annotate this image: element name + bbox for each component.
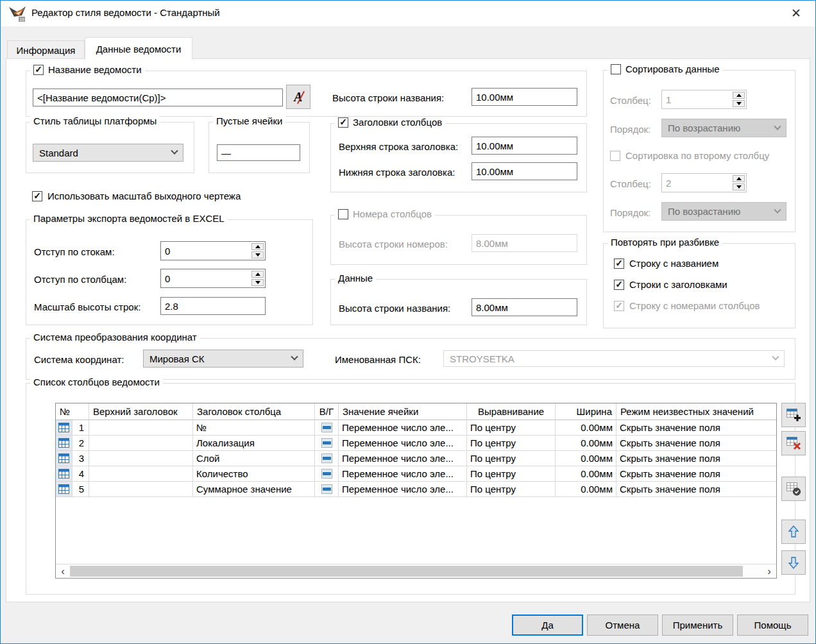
- sort-data-label: Сортировать данные: [625, 64, 720, 74]
- row-handle-cell[interactable]: [56, 451, 72, 466]
- table-row[interactable]: 1 № Переменное число эле... По центру 0.…: [56, 420, 776, 436]
- add-column-icon: [785, 407, 802, 423]
- cell-column-title[interactable]: Локализация: [193, 436, 315, 451]
- bottom-header-row-input[interactable]: 10.00мм: [472, 162, 577, 180]
- cell-value[interactable]: Переменное число эле...: [339, 482, 467, 497]
- cell-unknown-mode[interactable]: Скрыть значение поля: [616, 436, 776, 451]
- cell-value[interactable]: Переменное число эле...: [339, 436, 467, 451]
- col-offset-spinner[interactable]: 0: [160, 269, 266, 288]
- cell-unknown-mode[interactable]: Скрыть значение поля: [616, 420, 776, 436]
- header-vg[interactable]: В/Г: [315, 403, 339, 420]
- cell-width[interactable]: 0.00мм: [556, 420, 616, 436]
- table-row[interactable]: 5 Суммарное значение Переменное число эл…: [56, 482, 776, 497]
- tab-information[interactable]: Информация: [7, 40, 85, 59]
- ok-button[interactable]: Да: [512, 614, 583, 636]
- cell-column-title[interactable]: Суммарное значение: [193, 482, 315, 497]
- columns-list-label: Список столбцов ведомости: [33, 377, 160, 387]
- cell-top-header[interactable]: [89, 436, 193, 451]
- add-column-button[interactable]: [781, 403, 806, 427]
- scroll-left-icon[interactable]: ‹: [56, 564, 70, 578]
- cancel-button[interactable]: Отмена: [587, 614, 658, 636]
- cell-top-header[interactable]: [89, 466, 193, 482]
- group-columns-list: Список столбцов ведомости № Верхний заго…: [26, 383, 795, 595]
- scroll-right-icon[interactable]: ›: [762, 564, 776, 578]
- sort-data-checkbox[interactable]: [611, 64, 621, 74]
- font-button[interactable]: A: [286, 85, 310, 109]
- horizontal-scrollbar[interactable]: ‹ ›: [56, 564, 776, 578]
- header-align[interactable]: Выравнивание: [467, 403, 556, 420]
- help-button[interactable]: Помощь: [737, 614, 808, 636]
- cell-value[interactable]: Переменное число эле...: [339, 466, 467, 482]
- platform-style-label: Стиль таблицы платформы: [33, 115, 157, 126]
- row-handle-cell[interactable]: [56, 466, 72, 482]
- cell-vg[interactable]: [315, 451, 339, 466]
- cell-align[interactable]: По центру: [467, 451, 556, 466]
- row-handle-cell[interactable]: [56, 420, 72, 436]
- group-platform-table-style: Стиль таблицы платформы Standard: [26, 122, 194, 173]
- table-row[interactable]: 2 Локализация Переменное число эле... По…: [56, 436, 776, 451]
- column-headers-checkbox[interactable]: [338, 117, 348, 128]
- cell-vg[interactable]: [315, 466, 339, 482]
- schedule-title-checkbox[interactable]: [33, 65, 44, 75]
- app-icon: 19: [8, 4, 26, 22]
- cell-width[interactable]: 0.00мм: [556, 482, 616, 497]
- cell-vg[interactable]: [315, 482, 339, 497]
- cell-value[interactable]: Переменное число эле...: [339, 451, 467, 466]
- cell-value[interactable]: Переменное число эле...: [339, 420, 467, 436]
- table-row[interactable]: 4 Количество Переменное число эле... По …: [56, 466, 776, 482]
- cell-top-header[interactable]: [89, 451, 193, 466]
- scrollbar-thumb[interactable]: [70, 566, 743, 577]
- cell-vg[interactable]: [315, 420, 339, 436]
- cell-align[interactable]: По центру: [467, 482, 556, 497]
- data-row-height-input[interactable]: 8.00мм: [472, 298, 577, 316]
- cell-unknown-mode[interactable]: Скрыть значение поля: [616, 482, 776, 497]
- spinner-buttons[interactable]: [251, 271, 264, 286]
- cell-unknown-mode[interactable]: Скрыть значение поля: [616, 466, 776, 482]
- row-handle-cell[interactable]: [56, 436, 72, 451]
- cell-column-title[interactable]: Слой: [193, 451, 315, 466]
- cell-unknown-mode[interactable]: Скрыть значение поля: [616, 451, 776, 466]
- header-cell-value[interactable]: Значение ячейки: [339, 403, 467, 420]
- schedule-title-input[interactable]: <[Название ведомости(Ср)]>: [33, 89, 283, 106]
- row-handle-cell[interactable]: [56, 482, 72, 497]
- cell-top-header[interactable]: [89, 420, 193, 436]
- repeat-title-checkbox[interactable]: [614, 258, 624, 269]
- cell-width[interactable]: 0.00мм: [556, 451, 616, 466]
- cell-align[interactable]: По центру: [467, 466, 556, 482]
- use-output-scale-checkbox[interactable]: [32, 191, 42, 201]
- row-height-scale-input[interactable]: 2.8: [160, 297, 266, 315]
- cell-vg[interactable]: [315, 436, 339, 451]
- table-empty-area: [56, 497, 776, 564]
- row-offset-spinner[interactable]: 0: [160, 241, 266, 260]
- cell-top-header[interactable]: [89, 482, 193, 497]
- cell-column-title[interactable]: Количество: [193, 466, 315, 482]
- move-down-button[interactable]: [781, 550, 806, 575]
- header-num[interactable]: №: [56, 403, 89, 420]
- cell-align[interactable]: По центру: [467, 436, 556, 451]
- header-width[interactable]: Ширина: [556, 403, 616, 420]
- header-top-header[interactable]: Верхний заголовок: [89, 403, 193, 420]
- column-numbers-label: Номера столбцов: [353, 208, 432, 219]
- edit-column-button[interactable]: [781, 477, 806, 501]
- table-row[interactable]: 3 Слой Переменное число эле... По центру…: [56, 451, 776, 466]
- header-column-title[interactable]: Заголовок столбца: [193, 403, 315, 420]
- delete-column-button[interactable]: [781, 431, 806, 455]
- spinner-buttons[interactable]: [251, 243, 264, 258]
- cell-align[interactable]: По центру: [467, 420, 556, 436]
- cell-width[interactable]: 0.00мм: [556, 436, 616, 451]
- repeat-headers-checkbox[interactable]: [614, 280, 624, 290]
- cs-select[interactable]: Мировая СК: [143, 350, 303, 368]
- tab-schedule-data[interactable]: Данные ведомости: [85, 37, 192, 60]
- table-row-icon: [58, 484, 69, 494]
- cell-width[interactable]: 0.00мм: [556, 466, 616, 482]
- header-unknown-mode[interactable]: Режим неизвестных значений: [616, 403, 776, 420]
- empty-cells-input[interactable]: —: [217, 144, 300, 161]
- platform-style-select[interactable]: Standard: [33, 144, 183, 162]
- title-row-height-input[interactable]: 10.00мм: [472, 88, 577, 106]
- column-numbers-checkbox[interactable]: [338, 209, 348, 219]
- top-header-row-input[interactable]: 10.00мм: [472, 137, 577, 155]
- close-icon[interactable]: ✕: [791, 6, 801, 21]
- apply-button[interactable]: Применить: [662, 614, 733, 636]
- move-up-button[interactable]: [781, 520, 806, 544]
- cell-column-title[interactable]: №: [193, 420, 315, 436]
